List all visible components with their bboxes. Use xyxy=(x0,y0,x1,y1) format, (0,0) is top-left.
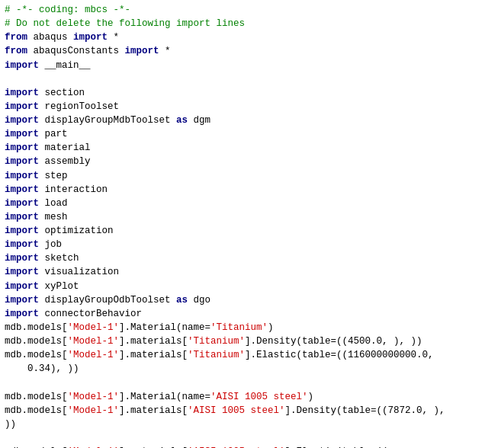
line-titanium-elastic-1: mdb.models['Model-1'].materials['Titaniu… xyxy=(5,348,477,362)
line-1: # -*- coding: mbcs -*- xyxy=(5,3,477,17)
text-star-2: * xyxy=(159,46,171,56)
line-import-dgo: import displayGroupOdbToolset as dgo xyxy=(5,293,477,307)
line-blank-3 xyxy=(5,431,477,445)
line-import-region: import regionToolset xyxy=(5,100,477,114)
line-import-xyplot: import xyPlot xyxy=(5,280,477,293)
kw-from-1: from xyxy=(5,32,27,43)
line-aisi-material: mdb.models['Model-1'].Material(name='AIS… xyxy=(5,390,477,404)
line-5: import __main__ xyxy=(5,59,477,72)
text-star-1: * xyxy=(108,32,119,43)
line-import-interaction: import interaction xyxy=(5,183,477,197)
line-4: from abaqusConstants import * xyxy=(5,44,477,58)
text-abaqus: abaqus xyxy=(27,32,73,43)
kw-import-2: import xyxy=(125,46,159,56)
line-aisi-density-1: mdb.models['Model-1'].materials['AISI 10… xyxy=(5,404,477,418)
code-editor: # -*- coding: mbcs -*- # Do not delete t… xyxy=(0,0,482,448)
line-import-mesh: import mesh xyxy=(5,210,477,224)
kw-import-1: import xyxy=(73,32,108,43)
line-titanium-density: mdb.models['Model-1'].materials['Titaniu… xyxy=(5,334,477,348)
line-import-optimization: import optimization xyxy=(5,224,477,238)
line-import-load: import load xyxy=(5,197,477,210)
line-import-visualization: import visualization xyxy=(5,265,477,279)
kw-import-main: import xyxy=(5,60,39,71)
line-blank-1 xyxy=(5,72,477,86)
line-import-job: import job xyxy=(5,238,477,251)
line-import-section: import section xyxy=(5,86,477,100)
text-abaqusconstants: abaqusConstants xyxy=(27,46,125,56)
line-import-sketch: import sketch xyxy=(5,251,477,265)
line-titanium-elastic-2: 0.34), )) xyxy=(5,362,477,376)
kw-from-2: from xyxy=(5,46,27,56)
comment-coding: # -*- coding: mbcs -*- xyxy=(5,5,130,15)
line-aisi-elastic-1: mdb.models['Model-1'].materials['AISI 10… xyxy=(5,445,477,448)
line-blank-2 xyxy=(5,376,477,389)
line-import-material: import material xyxy=(5,141,477,155)
line-import-assembly: import assembly xyxy=(5,155,477,168)
text-main: __main__ xyxy=(39,60,91,71)
line-aisi-density-2: )) xyxy=(5,418,477,431)
line-import-step: import step xyxy=(5,169,477,183)
comment-do-not-delete: # Do not delete the following import lin… xyxy=(5,18,245,29)
line-import-dgm: import displayGroupMdbToolset as dgm xyxy=(5,114,477,127)
line-titanium-material: mdb.models['Model-1'].Material(name='Tit… xyxy=(5,321,477,334)
line-2: # Do not delete the following import lin… xyxy=(5,17,477,30)
line-import-connector: import connectorBehavior xyxy=(5,307,477,321)
line-import-part: import part xyxy=(5,127,477,141)
line-3: from abaqus import * xyxy=(5,30,477,44)
